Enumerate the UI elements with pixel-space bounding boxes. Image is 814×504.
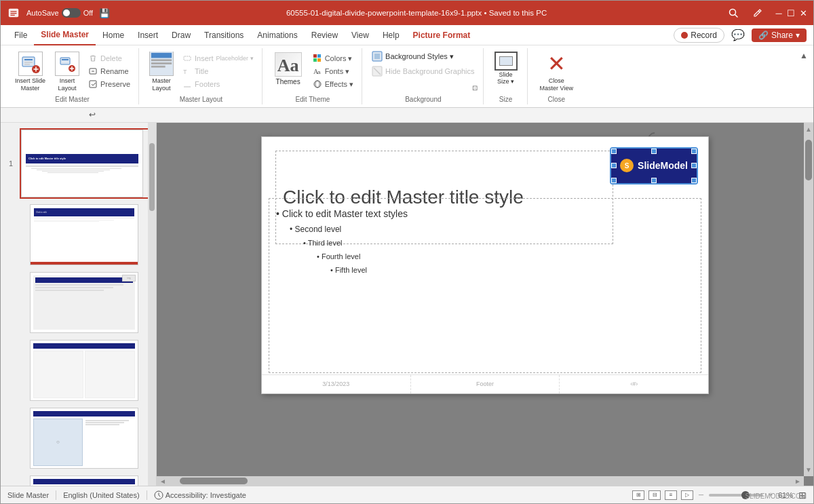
handle-bl[interactable] bbox=[611, 178, 617, 183]
tab-slide-master[interactable]: Slide Master bbox=[34, 25, 96, 45]
background-styles-button[interactable]: Background Styles ▾ bbox=[369, 50, 477, 63]
save-icon[interactable]: 💾 bbox=[100, 8, 109, 18]
themes-label: Themes bbox=[276, 78, 301, 85]
ribbon-group-close: ✕ CloseMaster View Close bbox=[529, 48, 584, 104]
maximize-button[interactable]: ☐ bbox=[786, 8, 796, 18]
canvas-scroll-bottom-area bbox=[166, 478, 794, 484]
record-button[interactable]: Record bbox=[674, 28, 724, 43]
app-logo bbox=[6, 5, 21, 20]
ribbon-collapse-arrow[interactable]: ▲ bbox=[800, 48, 808, 104]
autosave-toggle[interactable] bbox=[62, 8, 81, 18]
tab-file[interactable]: File bbox=[7, 25, 34, 45]
slideshow-icon[interactable]: ▷ bbox=[681, 490, 693, 500]
tab-animations[interactable]: Animations bbox=[250, 25, 304, 45]
preserve-label: Preserve bbox=[100, 80, 130, 88]
handle-mr[interactable] bbox=[691, 163, 697, 168]
insert-layout-button[interactable]: InsertLayout bbox=[52, 50, 83, 94]
reading-view-icon[interactable]: ≡ bbox=[665, 490, 677, 500]
minimize-button[interactable]: ─ bbox=[774, 8, 783, 18]
pen-icon[interactable] bbox=[748, 3, 767, 22]
slide-logo-area[interactable]: S SlideModel bbox=[610, 147, 698, 185]
insert-slide-master-button[interactable]: Insert SlideMaster bbox=[12, 50, 49, 94]
canvas-scroll-bottom-thumb[interactable] bbox=[180, 478, 248, 484]
normal-view-icon[interactable]: ⊞ bbox=[632, 490, 644, 500]
undo-icon[interactable]: ↩ bbox=[89, 110, 96, 119]
status-divider-1 bbox=[56, 490, 56, 500]
slide-size-button[interactable]: SlideSize ▾ bbox=[490, 50, 522, 87]
slide-thumb-img-5: ○ bbox=[30, 408, 138, 469]
handle-ml[interactable] bbox=[611, 163, 617, 168]
slide-thumbnail-5[interactable]: ○ bbox=[28, 406, 152, 470]
footer-center: Footer bbox=[411, 375, 560, 393]
insert-layout-icon bbox=[55, 52, 79, 76]
slide-panel: 1 Click to edit Master title style bbox=[1, 123, 157, 486]
canvas-scrollbar-right[interactable]: ▲ ▼ bbox=[804, 123, 813, 476]
slide-canvas: Click to edit Master title style S Slide… bbox=[261, 136, 709, 394]
slide-thumbnail-2[interactable]: Click to edit bbox=[28, 203, 152, 267]
slide-thumbnail-3[interactable]: img bbox=[28, 271, 152, 334]
slide-content-area[interactable]: • Click to edit Master text styles • Sec… bbox=[269, 198, 701, 373]
handle-tl[interactable] bbox=[611, 149, 617, 154]
handle-bm[interactable] bbox=[651, 178, 657, 183]
insert-placeholder-button[interactable]: Insert Placeholder ▾ bbox=[180, 52, 256, 64]
accessibility-button[interactable]: Accessibility: Investigate bbox=[154, 490, 246, 500]
close-button[interactable]: ✕ bbox=[798, 8, 808, 18]
insert-slide-master-label: Insert SlideMaster bbox=[15, 77, 45, 92]
handle-br[interactable] bbox=[691, 178, 697, 183]
close-master-view-button[interactable]: ✕ CloseMaster View bbox=[535, 50, 579, 94]
slide-thumbnail-4[interactable] bbox=[28, 338, 152, 402]
slide-panel-scrollbar[interactable] bbox=[148, 123, 156, 486]
scroll-up-arrow[interactable]: ▲ bbox=[805, 125, 812, 133]
colors-button[interactable]: Colors ▾ bbox=[310, 52, 356, 64]
scroll-right-arrow[interactable]: ► bbox=[794, 478, 801, 485]
footers-button[interactable]: Footers bbox=[180, 78, 256, 90]
share-button[interactable]: 🔗 Share ▾ bbox=[752, 28, 807, 42]
slide-panel-scroll-thumb[interactable] bbox=[149, 143, 155, 211]
tab-transitions[interactable]: Transitions bbox=[197, 25, 250, 45]
tab-picture-format[interactable]: Picture Format bbox=[406, 25, 478, 45]
master-layout-button[interactable]: MasterLayout bbox=[146, 50, 177, 94]
theme-small-btns: Colors ▾ Aa Fonts ▾ Effects ▾ bbox=[310, 52, 356, 90]
scroll-down-arrow[interactable]: ▼ bbox=[805, 466, 812, 473]
preserve-button[interactable]: Preserve bbox=[85, 78, 133, 90]
tab-insert[interactable]: Insert bbox=[131, 25, 165, 45]
delete-button[interactable]: Delete bbox=[85, 52, 133, 64]
tab-draw[interactable]: Draw bbox=[165, 25, 197, 45]
tab-help[interactable]: Help bbox=[376, 25, 406, 45]
handle-tm[interactable] bbox=[651, 149, 657, 154]
svg-rect-10 bbox=[24, 64, 30, 65]
slide-sorter-icon[interactable]: ⊟ bbox=[648, 490, 661, 500]
zoom-minus[interactable]: ─ bbox=[699, 491, 703, 499]
svg-rect-27 bbox=[184, 56, 191, 60]
title-actions bbox=[724, 3, 767, 22]
themes-button[interactable]: Aa Themes bbox=[269, 50, 307, 88]
edit-master-small-btns: Delete Rename Preserve bbox=[85, 52, 133, 90]
tab-home[interactable]: Home bbox=[96, 25, 131, 45]
canvas-scrollbar-bottom[interactable]: ◄ ► bbox=[157, 476, 804, 486]
watermark: SLIDEMODEL.COM bbox=[745, 492, 807, 500]
tab-review[interactable]: Review bbox=[305, 25, 345, 45]
effects-button[interactable]: Effects ▾ bbox=[310, 78, 356, 90]
svg-rect-30 bbox=[313, 54, 317, 58]
svg-rect-23 bbox=[151, 53, 172, 58]
scroll-left-arrow[interactable]: ◄ bbox=[159, 478, 166, 485]
svg-point-36 bbox=[314, 81, 321, 88]
slide-thumbnail-1[interactable]: 1 Click to edit Master title style bbox=[20, 128, 152, 199]
comment-button[interactable]: 💬 bbox=[729, 26, 748, 45]
edit-master-group-label: Edit Master bbox=[55, 94, 90, 103]
logo-inner: S SlideModel bbox=[620, 159, 688, 172]
svg-rect-15 bbox=[62, 59, 69, 60]
size-buttons: SlideSize ▾ bbox=[490, 50, 522, 94]
slide-thumbnail-6[interactable]: Click to edit bbox=[28, 474, 152, 486]
search-icon[interactable] bbox=[724, 3, 743, 22]
background-dialog-launcher[interactable]: ⊡ bbox=[472, 84, 480, 92]
tab-view[interactable]: View bbox=[345, 25, 376, 45]
share-dropdown-icon: ▾ bbox=[796, 31, 800, 40]
title-button[interactable]: T Title bbox=[180, 65, 256, 77]
fonts-button[interactable]: Aa Fonts ▾ bbox=[310, 65, 356, 77]
hide-background-graphics-button[interactable]: Hide Background Graphics bbox=[369, 64, 477, 78]
handle-tr[interactable] bbox=[691, 149, 697, 154]
canvas-scroll-thumb[interactable] bbox=[805, 140, 812, 180]
slide-panel-inner: 1 Click to edit Master title style bbox=[1, 123, 156, 486]
rename-button[interactable]: Rename bbox=[85, 65, 133, 77]
